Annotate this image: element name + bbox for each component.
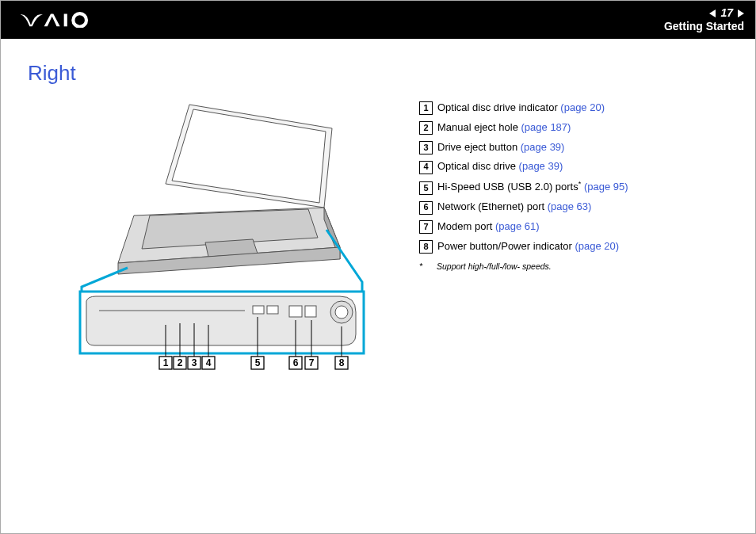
def-num: 6 xyxy=(419,201,433,215)
laptop-figure: 1 2 3 4 5 6 7 8 xyxy=(55,97,403,374)
figure-label-6: 6 xyxy=(293,357,299,368)
svg-rect-12 xyxy=(267,306,278,314)
page-link[interactable]: (page 95) xyxy=(584,181,628,193)
def-num: 1 xyxy=(419,101,433,115)
definition-item: 3Drive eject button (page 39) xyxy=(419,139,739,156)
svg-rect-0 xyxy=(64,14,67,27)
page-title: Right xyxy=(28,61,755,86)
def-num: 2 xyxy=(419,121,433,135)
page-nav: 17 xyxy=(664,6,744,20)
page-link[interactable]: (page 39) xyxy=(519,160,563,172)
figure-label-2: 2 xyxy=(178,357,183,368)
svg-point-1 xyxy=(73,13,86,27)
definition-list: 1Optical disc drive indicator (page 20) … xyxy=(419,100,739,273)
page-header: 17 Getting Started xyxy=(1,1,755,39)
page-link[interactable]: (page 20) xyxy=(575,240,619,252)
definition-item: 8Power button/Power indicator (page 20) xyxy=(419,238,739,255)
definition-item: 5Hi-Speed USB (USB 2.0) ports* (page 95) xyxy=(419,178,739,196)
def-num: 4 xyxy=(419,161,433,174)
prev-page-arrow-icon[interactable] xyxy=(709,10,716,17)
definition-item: 6Network (Ethernet) port (page 63) xyxy=(419,199,739,216)
figure-label-7: 7 xyxy=(309,357,315,368)
def-num: 3 xyxy=(419,141,433,154)
vaio-logo xyxy=(15,12,118,28)
figure-label-4: 4 xyxy=(206,357,212,368)
page-link[interactable]: (page 39) xyxy=(521,141,565,153)
svg-rect-13 xyxy=(289,306,302,317)
definition-item: 7Modem port (page 61) xyxy=(419,219,739,235)
figure-label-3: 3 xyxy=(192,357,197,368)
page-link[interactable]: (page 187) xyxy=(521,121,571,133)
def-num: 5 xyxy=(419,181,433,195)
def-num: 8 xyxy=(419,240,433,254)
svg-point-16 xyxy=(335,306,348,318)
svg-rect-14 xyxy=(305,306,316,317)
section-name: Getting Started xyxy=(664,20,744,33)
footnote: * Support high-/full-/low- speeds. xyxy=(419,260,739,273)
page-number: 17 xyxy=(720,6,733,20)
svg-rect-11 xyxy=(253,306,264,314)
definition-item: 4Optical disc drive (page 39) xyxy=(419,158,739,175)
figure-label-1: 1 xyxy=(163,357,169,368)
next-page-arrow-icon[interactable] xyxy=(738,10,744,17)
page-link[interactable]: (page 20) xyxy=(560,101,605,113)
def-num: 7 xyxy=(419,220,433,234)
definition-item: 1Optical disc drive indicator (page 20) xyxy=(419,100,739,116)
page-link[interactable]: (page 61) xyxy=(495,220,540,232)
figure-label-8: 8 xyxy=(339,357,345,368)
definition-item: 2Manual eject hole (page 187) xyxy=(419,120,739,136)
figure-label-5: 5 xyxy=(255,357,261,368)
page-link[interactable]: (page 63) xyxy=(548,200,592,212)
